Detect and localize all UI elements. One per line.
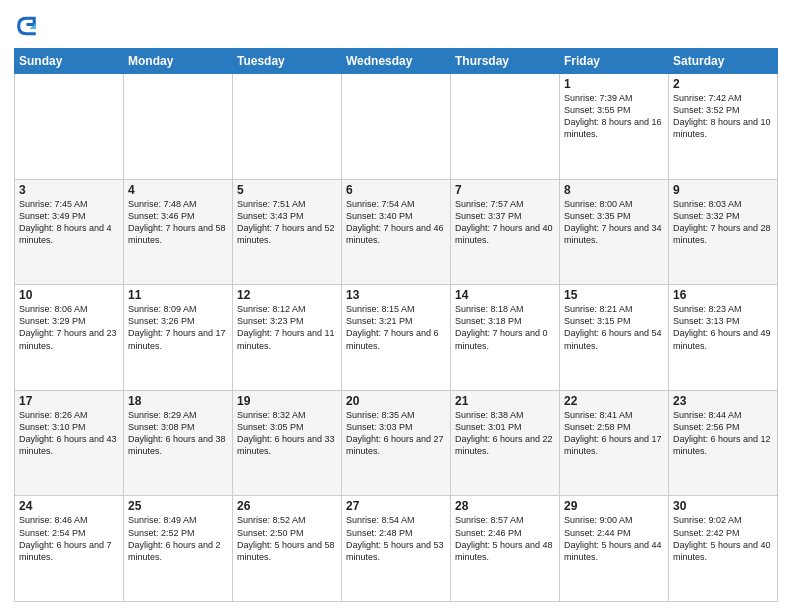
calendar-cell: 25Sunrise: 8:49 AMSunset: 2:52 PMDayligh… bbox=[124, 496, 233, 602]
day-info: Sunrise: 8:54 AMSunset: 2:48 PMDaylight:… bbox=[346, 514, 446, 563]
calendar-cell: 24Sunrise: 8:46 AMSunset: 2:54 PMDayligh… bbox=[15, 496, 124, 602]
day-number: 29 bbox=[564, 499, 664, 513]
calendar-cell: 29Sunrise: 9:00 AMSunset: 2:44 PMDayligh… bbox=[560, 496, 669, 602]
calendar-cell: 1Sunrise: 7:39 AMSunset: 3:55 PMDaylight… bbox=[560, 74, 669, 180]
day-info: Sunrise: 8:44 AMSunset: 2:56 PMDaylight:… bbox=[673, 409, 773, 458]
day-info: Sunrise: 9:00 AMSunset: 2:44 PMDaylight:… bbox=[564, 514, 664, 563]
calendar-cell: 15Sunrise: 8:21 AMSunset: 3:15 PMDayligh… bbox=[560, 285, 669, 391]
day-info: Sunrise: 7:57 AMSunset: 3:37 PMDaylight:… bbox=[455, 198, 555, 247]
day-info: Sunrise: 7:39 AMSunset: 3:55 PMDaylight:… bbox=[564, 92, 664, 141]
day-number: 24 bbox=[19, 499, 119, 513]
day-info: Sunrise: 8:49 AMSunset: 2:52 PMDaylight:… bbox=[128, 514, 228, 563]
day-number: 22 bbox=[564, 394, 664, 408]
calendar-cell: 4Sunrise: 7:48 AMSunset: 3:46 PMDaylight… bbox=[124, 179, 233, 285]
calendar-cell: 11Sunrise: 8:09 AMSunset: 3:26 PMDayligh… bbox=[124, 285, 233, 391]
day-number: 23 bbox=[673, 394, 773, 408]
calendar-cell bbox=[15, 74, 124, 180]
calendar-table: SundayMondayTuesdayWednesdayThursdayFrid… bbox=[14, 48, 778, 602]
day-number: 30 bbox=[673, 499, 773, 513]
calendar-cell: 12Sunrise: 8:12 AMSunset: 3:23 PMDayligh… bbox=[233, 285, 342, 391]
day-info: Sunrise: 8:03 AMSunset: 3:32 PMDaylight:… bbox=[673, 198, 773, 247]
day-number: 9 bbox=[673, 183, 773, 197]
calendar-cell: 10Sunrise: 8:06 AMSunset: 3:29 PMDayligh… bbox=[15, 285, 124, 391]
day-number: 6 bbox=[346, 183, 446, 197]
calendar-cell bbox=[124, 74, 233, 180]
day-info: Sunrise: 8:46 AMSunset: 2:54 PMDaylight:… bbox=[19, 514, 119, 563]
calendar-cell: 23Sunrise: 8:44 AMSunset: 2:56 PMDayligh… bbox=[669, 390, 778, 496]
day-number: 5 bbox=[237, 183, 337, 197]
day-info: Sunrise: 8:32 AMSunset: 3:05 PMDaylight:… bbox=[237, 409, 337, 458]
day-number: 19 bbox=[237, 394, 337, 408]
calendar-cell: 16Sunrise: 8:23 AMSunset: 3:13 PMDayligh… bbox=[669, 285, 778, 391]
day-info: Sunrise: 8:29 AMSunset: 3:08 PMDaylight:… bbox=[128, 409, 228, 458]
calendar-cell bbox=[233, 74, 342, 180]
header bbox=[14, 12, 778, 40]
day-info: Sunrise: 8:09 AMSunset: 3:26 PMDaylight:… bbox=[128, 303, 228, 352]
calendar-week-4: 17Sunrise: 8:26 AMSunset: 3:10 PMDayligh… bbox=[15, 390, 778, 496]
calendar-header-monday: Monday bbox=[124, 49, 233, 74]
logo bbox=[14, 12, 44, 40]
day-number: 11 bbox=[128, 288, 228, 302]
day-number: 17 bbox=[19, 394, 119, 408]
day-number: 13 bbox=[346, 288, 446, 302]
day-number: 26 bbox=[237, 499, 337, 513]
calendar-cell bbox=[451, 74, 560, 180]
calendar-header-sunday: Sunday bbox=[15, 49, 124, 74]
day-number: 15 bbox=[564, 288, 664, 302]
day-info: Sunrise: 7:48 AMSunset: 3:46 PMDaylight:… bbox=[128, 198, 228, 247]
calendar-cell: 20Sunrise: 8:35 AMSunset: 3:03 PMDayligh… bbox=[342, 390, 451, 496]
day-number: 28 bbox=[455, 499, 555, 513]
day-number: 14 bbox=[455, 288, 555, 302]
day-number: 21 bbox=[455, 394, 555, 408]
day-number: 2 bbox=[673, 77, 773, 91]
calendar-header-row: SundayMondayTuesdayWednesdayThursdayFrid… bbox=[15, 49, 778, 74]
calendar-cell: 22Sunrise: 8:41 AMSunset: 2:58 PMDayligh… bbox=[560, 390, 669, 496]
calendar-cell: 6Sunrise: 7:54 AMSunset: 3:40 PMDaylight… bbox=[342, 179, 451, 285]
day-number: 4 bbox=[128, 183, 228, 197]
day-info: Sunrise: 8:06 AMSunset: 3:29 PMDaylight:… bbox=[19, 303, 119, 352]
calendar-cell: 19Sunrise: 8:32 AMSunset: 3:05 PMDayligh… bbox=[233, 390, 342, 496]
day-number: 7 bbox=[455, 183, 555, 197]
calendar-header-friday: Friday bbox=[560, 49, 669, 74]
day-info: Sunrise: 8:57 AMSunset: 2:46 PMDaylight:… bbox=[455, 514, 555, 563]
day-number: 16 bbox=[673, 288, 773, 302]
calendar-cell: 30Sunrise: 9:02 AMSunset: 2:42 PMDayligh… bbox=[669, 496, 778, 602]
calendar-cell: 13Sunrise: 8:15 AMSunset: 3:21 PMDayligh… bbox=[342, 285, 451, 391]
calendar-cell: 8Sunrise: 8:00 AMSunset: 3:35 PMDaylight… bbox=[560, 179, 669, 285]
calendar-cell: 9Sunrise: 8:03 AMSunset: 3:32 PMDaylight… bbox=[669, 179, 778, 285]
calendar-cell: 27Sunrise: 8:54 AMSunset: 2:48 PMDayligh… bbox=[342, 496, 451, 602]
calendar-week-5: 24Sunrise: 8:46 AMSunset: 2:54 PMDayligh… bbox=[15, 496, 778, 602]
calendar-week-1: 1Sunrise: 7:39 AMSunset: 3:55 PMDaylight… bbox=[15, 74, 778, 180]
logo-icon bbox=[14, 12, 42, 40]
day-number: 8 bbox=[564, 183, 664, 197]
calendar-cell bbox=[342, 74, 451, 180]
day-info: Sunrise: 7:42 AMSunset: 3:52 PMDaylight:… bbox=[673, 92, 773, 141]
day-info: Sunrise: 9:02 AMSunset: 2:42 PMDaylight:… bbox=[673, 514, 773, 563]
calendar-week-3: 10Sunrise: 8:06 AMSunset: 3:29 PMDayligh… bbox=[15, 285, 778, 391]
calendar-header-tuesday: Tuesday bbox=[233, 49, 342, 74]
calendar-cell: 21Sunrise: 8:38 AMSunset: 3:01 PMDayligh… bbox=[451, 390, 560, 496]
calendar-cell: 2Sunrise: 7:42 AMSunset: 3:52 PMDaylight… bbox=[669, 74, 778, 180]
day-number: 12 bbox=[237, 288, 337, 302]
day-info: Sunrise: 8:35 AMSunset: 3:03 PMDaylight:… bbox=[346, 409, 446, 458]
calendar-cell: 18Sunrise: 8:29 AMSunset: 3:08 PMDayligh… bbox=[124, 390, 233, 496]
calendar-cell: 17Sunrise: 8:26 AMSunset: 3:10 PMDayligh… bbox=[15, 390, 124, 496]
day-info: Sunrise: 7:51 AMSunset: 3:43 PMDaylight:… bbox=[237, 198, 337, 247]
day-number: 20 bbox=[346, 394, 446, 408]
day-info: Sunrise: 8:00 AMSunset: 3:35 PMDaylight:… bbox=[564, 198, 664, 247]
calendar-header-saturday: Saturday bbox=[669, 49, 778, 74]
day-info: Sunrise: 8:41 AMSunset: 2:58 PMDaylight:… bbox=[564, 409, 664, 458]
calendar-cell: 7Sunrise: 7:57 AMSunset: 3:37 PMDaylight… bbox=[451, 179, 560, 285]
calendar-week-2: 3Sunrise: 7:45 AMSunset: 3:49 PMDaylight… bbox=[15, 179, 778, 285]
calendar-cell: 26Sunrise: 8:52 AMSunset: 2:50 PMDayligh… bbox=[233, 496, 342, 602]
calendar-cell: 14Sunrise: 8:18 AMSunset: 3:18 PMDayligh… bbox=[451, 285, 560, 391]
day-number: 18 bbox=[128, 394, 228, 408]
day-info: Sunrise: 8:23 AMSunset: 3:13 PMDaylight:… bbox=[673, 303, 773, 352]
calendar-header-wednesday: Wednesday bbox=[342, 49, 451, 74]
day-info: Sunrise: 8:52 AMSunset: 2:50 PMDaylight:… bbox=[237, 514, 337, 563]
day-info: Sunrise: 8:18 AMSunset: 3:18 PMDaylight:… bbox=[455, 303, 555, 352]
day-info: Sunrise: 8:15 AMSunset: 3:21 PMDaylight:… bbox=[346, 303, 446, 352]
day-info: Sunrise: 7:45 AMSunset: 3:49 PMDaylight:… bbox=[19, 198, 119, 247]
day-number: 3 bbox=[19, 183, 119, 197]
day-number: 1 bbox=[564, 77, 664, 91]
